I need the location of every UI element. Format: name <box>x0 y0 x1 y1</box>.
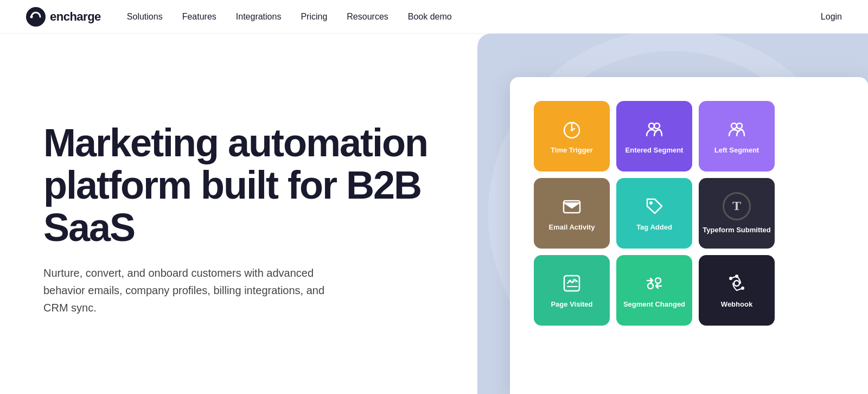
tile-typeform-submitted[interactable]: T Typeform Submitted <box>699 178 775 249</box>
nav-solutions[interactable]: Solutions <box>127 12 163 22</box>
tile-segment-changed[interactable]: Segment Changed <box>616 255 692 326</box>
ui-card: Time Trigger Entered Segment <box>510 77 868 394</box>
hero-right: Time Trigger Entered Segment <box>477 34 868 394</box>
svg-point-14 <box>734 281 739 286</box>
tile-tag-added[interactable]: Tag Added <box>616 178 692 249</box>
logo[interactable]: encharge <box>26 7 101 27</box>
tile-tag-added-label: Tag Added <box>636 223 672 232</box>
svg-point-5 <box>654 123 660 129</box>
hero-heading: Marketing automation platform built for … <box>43 122 451 249</box>
tile-time-trigger[interactable]: Time Trigger <box>534 101 610 171</box>
nav-links: Solutions Features Integrations Pricing … <box>127 12 821 22</box>
nav-book-demo[interactable]: Book demo <box>408 12 452 22</box>
typeform-circle-icon: T <box>723 192 751 220</box>
svg-point-9 <box>649 201 653 205</box>
tile-entered-segment[interactable]: Entered Segment <box>616 101 692 171</box>
nav-pricing[interactable]: Pricing <box>301 12 327 22</box>
tile-left-segment-label: Left Segment <box>714 146 759 155</box>
hero-left: Marketing automation platform built for … <box>0 34 477 394</box>
svg-point-6 <box>731 123 737 129</box>
tile-email-activity-label: Email Activity <box>549 223 595 232</box>
tile-email-activity[interactable]: Email Activity <box>534 178 610 249</box>
tile-segment-changed-label: Segment Changed <box>623 300 685 309</box>
tile-time-trigger-label: Time Trigger <box>551 146 593 155</box>
svg-point-7 <box>737 123 742 129</box>
svg-point-3 <box>571 129 573 131</box>
svg-point-1 <box>30 15 33 18</box>
hero-section: Marketing automation platform built for … <box>0 34 868 394</box>
svg-point-16 <box>729 277 732 280</box>
tile-webhook[interactable]: Webhook <box>699 255 775 326</box>
svg-point-0 <box>26 7 46 27</box>
login-link[interactable]: Login <box>821 12 842 22</box>
nav-features[interactable]: Features <box>182 12 216 22</box>
svg-point-4 <box>649 123 654 129</box>
svg-point-12 <box>655 278 661 283</box>
svg-point-17 <box>741 287 744 290</box>
tile-page-visited[interactable]: </> Page Visited <box>534 255 610 326</box>
svg-point-15 <box>735 275 738 278</box>
tile-webhook-label: Webhook <box>721 300 752 309</box>
nav-resources[interactable]: Resources <box>347 12 388 22</box>
tile-entered-segment-label: Entered Segment <box>626 146 684 155</box>
svg-point-13 <box>648 283 653 289</box>
tile-typeform-label: Typeform Submitted <box>703 226 770 235</box>
hero-subtext: Nurture, convert, and onboard customers … <box>43 264 347 316</box>
navbar: encharge Solutions Features Integrations… <box>0 0 868 34</box>
tile-page-visited-label: Page Visited <box>551 300 592 309</box>
tile-left-segment[interactable]: Left Segment <box>699 101 775 171</box>
logo-text: encharge <box>50 10 101 24</box>
tile-grid: Time Trigger Entered Segment <box>534 101 855 326</box>
svg-text:</>: </> <box>568 278 578 284</box>
nav-integrations[interactable]: Integrations <box>236 12 282 22</box>
